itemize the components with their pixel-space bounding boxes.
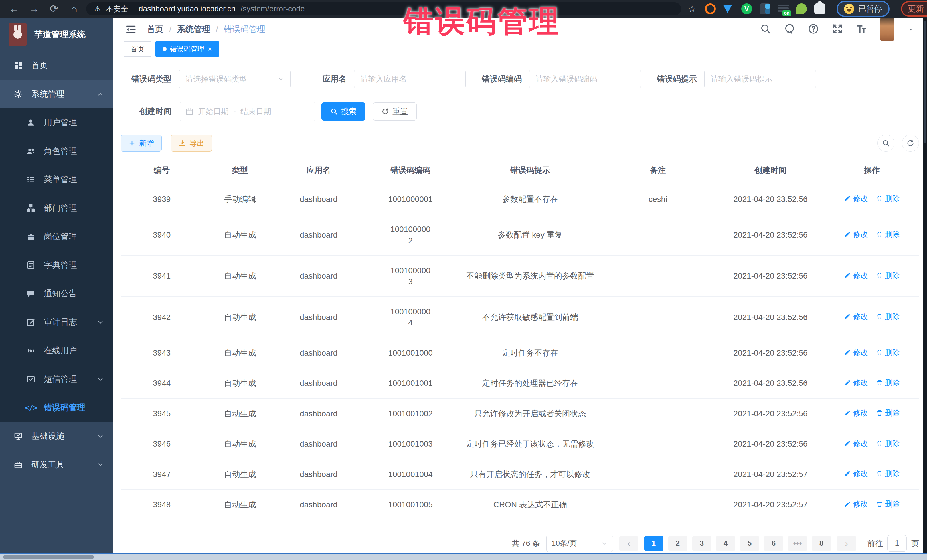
cell-code: 1001001001: [360, 368, 461, 398]
browser-home-icon[interactable]: ⌂: [66, 0, 82, 18]
delete-link[interactable]: 删除: [876, 408, 900, 418]
sidebar-item-用户管理[interactable]: 用户管理: [0, 108, 112, 137]
app-frame: 芋道管理系统 首页系统管理用户管理角色管理菜单管理部门管理岗位管理字典管理通知公…: [0, 18, 927, 554]
tab-close-icon[interactable]: ×: [208, 46, 212, 53]
sidebar-item-角色管理[interactable]: 角色管理: [0, 137, 112, 165]
error-code-input[interactable]: 请输入错误码编码: [529, 70, 641, 88]
tab-error-code[interactable]: 错误码管理 ×: [155, 41, 219, 57]
delete-link[interactable]: 删除: [876, 347, 900, 358]
extension-grid-icon[interactable]: [760, 3, 770, 14]
add-button[interactable]: 新增: [121, 135, 162, 152]
app-name-input[interactable]: 请输入应用名: [354, 70, 466, 88]
page-button-1[interactable]: 1: [644, 536, 663, 551]
goto-page-input[interactable]: 1: [887, 535, 907, 552]
horizontal-scrollbar[interactable]: [0, 554, 927, 560]
delete-link[interactable]: 删除: [876, 311, 900, 322]
cell-id: 3947: [121, 459, 203, 489]
table-search-toggle-icon[interactable]: [877, 135, 895, 152]
address-bar[interactable]: ⚠ 不安全 dashboard.yudao.iocoder.cn/system/…: [86, 2, 681, 15]
sidebar-item-字典管理[interactable]: 字典管理: [0, 251, 112, 279]
browser-update-button[interactable]: 更新: [901, 1, 927, 17]
extension-list-icon[interactable]: on: [778, 3, 789, 14]
page-size-select[interactable]: 10条/页: [546, 535, 613, 552]
more-pages-button[interactable]: •••: [788, 536, 807, 551]
tags-view-bar: 首页 错误码管理 ×: [112, 41, 927, 57]
delete-link[interactable]: 删除: [876, 270, 900, 281]
sidebar-item-岗位管理[interactable]: 岗位管理: [0, 222, 112, 251]
edit-link[interactable]: 修改: [844, 229, 868, 239]
sidebar-item-首页[interactable]: 首页: [0, 51, 112, 80]
delete-link[interactable]: 删除: [876, 378, 900, 388]
sidebar-item-系统管理[interactable]: 系统管理: [0, 80, 112, 108]
avatar-caret-icon[interactable]: [907, 26, 915, 33]
page-button-5[interactable]: 5: [740, 536, 759, 551]
sidebar-item-部门管理[interactable]: 部门管理: [0, 194, 112, 222]
page-button-8[interactable]: 8: [812, 536, 831, 551]
page-button-4[interactable]: 4: [716, 536, 735, 551]
breadcrumb-system[interactable]: 系统管理: [177, 24, 210, 35]
sidebar-collapse-icon[interactable]: [125, 24, 137, 35]
sidebar-item-审计日志[interactable]: 审计日志: [0, 308, 112, 337]
delete-link[interactable]: 删除: [876, 193, 900, 203]
table-refresh-icon[interactable]: [902, 135, 919, 152]
search-button[interactable]: 搜索: [321, 102, 365, 121]
logo-row[interactable]: 芋道管理系统: [0, 18, 112, 51]
edit-link[interactable]: 修改: [844, 499, 868, 509]
users-icon: [26, 146, 36, 156]
edit-link[interactable]: 修改: [844, 469, 868, 479]
sidebar-item-研发工具[interactable]: 研发工具: [0, 451, 112, 479]
breadcrumb-home[interactable]: 首页: [147, 24, 163, 35]
delete-link[interactable]: 删除: [876, 499, 900, 509]
error-hint-placeholder: 请输入错误码提示: [711, 74, 810, 84]
search-icon[interactable]: [760, 23, 771, 36]
edit-link[interactable]: 修改: [844, 193, 868, 203]
delete-link[interactable]: 删除: [876, 469, 900, 479]
user-avatar[interactable]: [880, 18, 895, 41]
github-icon[interactable]: [784, 23, 795, 36]
extension-leaf-icon[interactable]: [796, 3, 807, 14]
extensions-puzzle-icon[interactable]: [815, 3, 825, 14]
error-hint-input[interactable]: 请输入错误码提示: [704, 70, 816, 88]
browser-back-icon[interactable]: ←: [6, 0, 22, 18]
fullscreen-icon[interactable]: [832, 23, 843, 36]
page-button-6[interactable]: 6: [764, 536, 783, 551]
sidebar-item-错误码管理[interactable]: </>错误码管理: [0, 393, 112, 422]
cell-time: 2021-04-20 23:52:56: [716, 255, 825, 296]
page-button-3[interactable]: 3: [692, 536, 711, 551]
font-size-icon[interactable]: [856, 23, 867, 36]
paused-extension-chip[interactable]: 已暂停: [837, 1, 890, 17]
edit-link[interactable]: 修改: [844, 408, 868, 418]
prev-page-button[interactable]: ‹: [619, 536, 638, 551]
reset-button[interactable]: 重置: [373, 102, 417, 121]
delete-link[interactable]: 删除: [876, 438, 900, 449]
sidebar-item-通知公告[interactable]: 通知公告: [0, 279, 112, 308]
extension-green-icon[interactable]: V: [741, 3, 752, 14]
sidebar-item-在线用户[interactable]: 在线用户: [0, 337, 112, 365]
next-page-button[interactable]: ›: [837, 536, 856, 551]
sidebar-item-短信管理[interactable]: 短信管理: [0, 365, 112, 393]
page-button-2[interactable]: 2: [668, 536, 687, 551]
cell-type: 自动生成: [203, 368, 277, 398]
edit-link[interactable]: 修改: [844, 347, 868, 358]
edit-link[interactable]: 修改: [844, 438, 868, 449]
cell-actions: 修改删除: [825, 338, 919, 368]
extension-orange-icon[interactable]: [705, 3, 716, 14]
sidebar-item-基础设施[interactable]: 基础设施: [0, 422, 112, 451]
date-range-picker[interactable]: 开始日期 - 结束日期: [179, 102, 316, 121]
cell-id: 3946: [121, 429, 203, 459]
export-button[interactable]: 导出: [171, 135, 212, 152]
edit-link[interactable]: 修改: [844, 378, 868, 388]
delete-link[interactable]: 删除: [876, 229, 900, 239]
browser-forward-icon[interactable]: →: [26, 0, 42, 18]
tab-home[interactable]: 首页: [123, 41, 152, 57]
help-icon[interactable]: [808, 23, 819, 36]
error-type-select[interactable]: 请选择错误码类型: [179, 70, 291, 88]
sidebar-item-菜单管理[interactable]: 菜单管理: [0, 165, 112, 194]
browser-reload-icon[interactable]: ⟳: [46, 0, 62, 18]
edit-link[interactable]: 修改: [844, 311, 868, 322]
cell-app: dashboard: [277, 398, 360, 428]
extension-gem-icon[interactable]: [723, 3, 734, 14]
vertical-scrollbar[interactable]: [923, 18, 927, 554]
edit-link[interactable]: 修改: [844, 270, 868, 281]
bookmark-star-icon[interactable]: ☆: [688, 3, 696, 14]
